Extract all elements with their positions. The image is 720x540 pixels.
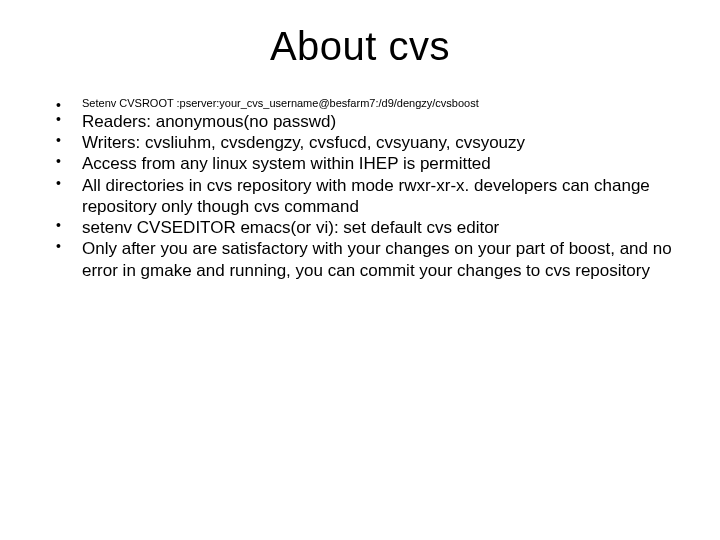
page-title: About cvs (48, 24, 672, 69)
bullet-cvseditor: setenv CVSEDITOR emacs(or vi): set defau… (48, 217, 672, 238)
bullet-writers: Writers: cvsliuhm, cvsdengzy, cvsfucd, c… (48, 132, 672, 153)
bullet-list: Setenv CVSROOT :pserver:your_cvs_usernam… (48, 97, 672, 281)
bullet-access: Access from any linux system within IHEP… (48, 153, 672, 174)
bullet-commit-policy: Only after you are satisfactory with you… (48, 238, 672, 281)
bullet-readers: Readers: anonymous(no passwd) (48, 111, 672, 132)
bullet-setenv-root: Setenv CVSROOT :pserver:your_cvs_usernam… (48, 97, 672, 111)
slide: About cvs Setenv CVSROOT :pserver:your_c… (0, 0, 720, 540)
bullet-directories: All directories in cvs repository with m… (48, 175, 672, 218)
